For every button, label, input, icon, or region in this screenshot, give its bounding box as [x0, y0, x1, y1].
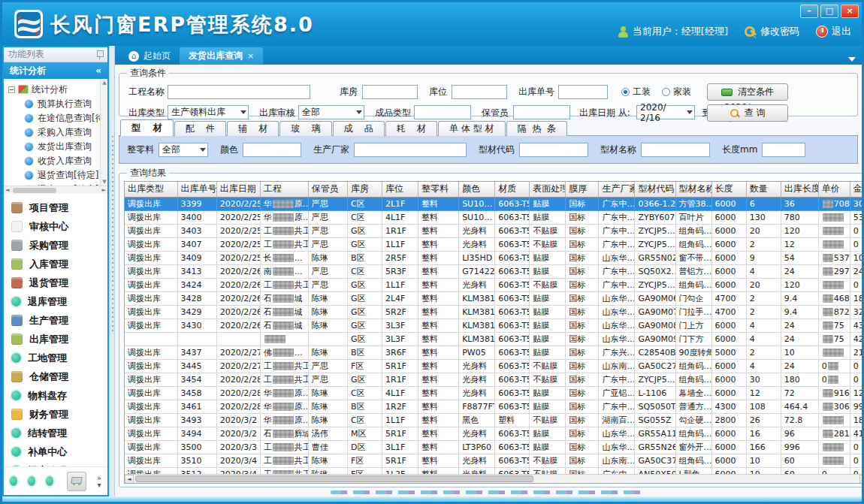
sidebar-module-warehouse[interactable]: 仓储管理 [11, 367, 107, 386]
sidebar-module-clipboard[interactable]: 项目管理 [11, 198, 107, 217]
sidebar-module-cart[interactable]: 采购管理 [11, 236, 107, 255]
column-header[interactable]: 数量 [746, 182, 781, 197]
sidebar-module-circle[interactable]: 补单中心 [11, 442, 107, 461]
table-row[interactable]: 调拨出库34282020/2/26石城陈琳G区2L4F整料KLM38176063… [125, 291, 862, 305]
material-tab-2[interactable]: 辅 材 [227, 121, 279, 136]
tree-item[interactable]: 预算执行查询 [8, 97, 107, 111]
column-header[interactable]: 材质 [495, 182, 530, 197]
table-row[interactable]: 调拨出库34002020/2/25华原…严思C区4L1F整料SU10…6063-… [125, 210, 862, 224]
column-header[interactable]: 表面处理 [530, 182, 566, 197]
column-header[interactable]: 整零料 [418, 182, 459, 197]
close-button[interactable]: × [841, 5, 859, 18]
table-row[interactable]: 调拨出库34542020/2/28工共工程严思G区1R1F整料光身料6063-T… [125, 373, 862, 386]
manufacturer-input[interactable] [354, 143, 467, 157]
sidebar-module-folder[interactable]: 财务管理 [11, 405, 107, 424]
table-row[interactable]: 调拨出库34612020/2/28华原…陈琳B区1R2F整料F8877FT606… [125, 400, 862, 413]
table-row[interactable]: 调拨出库34932020/3/2华原…陈琳C区1L1F整料黑色塑料不贴膜国标湖南… [125, 413, 862, 427]
table-row[interactable]: 调拨出库34242020/2/26工共工程严思G区1L1F整料光身料6063-T… [125, 278, 862, 291]
column-header[interactable]: 生产厂家 [599, 182, 635, 197]
project-name-input[interactable] [168, 85, 310, 99]
sidebar-module-chart[interactable]: 生产管理 [11, 311, 107, 330]
tree-expander-icon[interactable] [8, 86, 15, 93]
tree-vertical-scrollbar[interactable]: ▲ ▼ [100, 79, 107, 186]
column-header[interactable]: 保管员 [308, 182, 347, 197]
profile-name-input[interactable] [641, 143, 710, 157]
keeper-input[interactable] [513, 105, 570, 119]
table-row[interactable]: 调拨出库34372020/2/27佛…陈琳B区3R6F整料PW056063-T5… [125, 346, 862, 359]
column-header[interactable]: 出库类型 [125, 182, 177, 197]
column-header[interactable]: 出库日期 [216, 182, 260, 197]
color-input[interactable] [243, 143, 301, 157]
change-password-button[interactable]: 修改密码 [745, 25, 799, 38]
pin-icon[interactable] [96, 50, 103, 59]
sidebar-module-cart-in[interactable]: 入库管理 [11, 255, 107, 273]
column-header[interactable]: 出库单号 [177, 182, 216, 197]
radio-workwear[interactable]: 工装 [621, 86, 651, 98]
column-header[interactable]: 膜厚 [566, 182, 599, 197]
tree-item[interactable]: 在途信息查询[待 [8, 111, 107, 125]
sidebar-module-cart-out[interactable]: 出库管理 [11, 330, 107, 349]
logout-button[interactable]: 退出 [816, 25, 851, 38]
audit-select[interactable]: 全部 [298, 105, 364, 119]
module-cart-button[interactable] [67, 472, 86, 491]
radio-home[interactable]: 家装 [662, 86, 691, 98]
sidebar-module-circle[interactable]: 报废管理 [11, 461, 107, 466]
table-row[interactable]: 调拨出库34092020/2/25长…陈琳B区2R5F整料LI35HD6063-… [125, 251, 862, 264]
order-no-input[interactable] [558, 85, 608, 99]
whole-part-select[interactable]: 全部 [159, 143, 208, 157]
tree-item[interactable]: 收货入库查询 [8, 154, 107, 168]
more-modules-button[interactable]: »▾ [97, 475, 101, 488]
column-header[interactable]: 型材代码 [635, 182, 675, 197]
tab-home[interactable]: ⌂ 起始页 [119, 47, 180, 65]
sidebar-module-circle[interactable]: 物料盘存 [11, 386, 107, 405]
table-row[interactable]: 调拨出库35102020/3/4工共工程陈琳F区5R1F整料光身料6063-T5… [125, 454, 862, 467]
minimize-button[interactable]: – [800, 5, 818, 18]
profile-code-input[interactable] [519, 143, 588, 157]
length-input[interactable] [762, 143, 805, 157]
collapse-icon[interactable]: « [95, 65, 101, 76]
column-header[interactable]: 长度 [711, 182, 746, 197]
column-header[interactable]: 单价 [818, 182, 850, 197]
column-header[interactable]: 库房 [347, 182, 382, 197]
table-row[interactable]: 调拨出库34302020/2/26石城陈琳G区3L3F整料KLM38176063… [125, 318, 862, 332]
material-tab-6[interactable]: 单 体 型 材 [438, 121, 505, 136]
tree-horizontal-scrollbar[interactable]: ◄ ► [4, 186, 107, 194]
material-tab-3[interactable]: 玻 璃 [279, 121, 331, 136]
scrollbar-thumb[interactable] [13, 188, 56, 193]
clear-conditions-button[interactable]: 清空条件 [707, 83, 788, 101]
table-row[interactable]: 调拨出库34582020/2/28华原…陈琳C区4L1F整料光身料6063-T5… [125, 386, 862, 400]
tab-list-dropdown-icon[interactable] [848, 57, 856, 62]
table-row[interactable]: 调拨出库34032020/2/25工共工程严思G区1R1F整料光身料6063-T… [125, 224, 862, 237]
module-dot-icon[interactable] [46, 476, 53, 486]
table-row[interactable]: 调拨出库34942020/3/2石辉城汤伟M区5R1F整料光身料6063-T5贴… [125, 427, 862, 440]
scrollbar-thumb[interactable] [135, 475, 533, 482]
date-from-picker[interactable]: 2020/ 2/16 [636, 105, 695, 119]
maximize-button[interactable]: □ [820, 5, 838, 18]
table-row[interactable]: 调拨出库35122020/3/4工共工程陈琳F区1L2F整料光身料6063-T5… [125, 467, 862, 474]
sidebar-module-note[interactable]: 审核中心 [11, 217, 107, 236]
tree-item[interactable]: 发货出库查询 [8, 140, 107, 154]
column-header[interactable]: 金 [850, 182, 862, 197]
material-tab-1[interactable]: 配 件 [174, 121, 226, 136]
product-type-input[interactable] [414, 105, 471, 119]
tree-root[interactable]: 统计分析 [8, 82, 107, 97]
tab-shipping-outbound-query[interactable]: 发货出库查询 × [180, 47, 263, 65]
tree-item[interactable]: 采购入库查询 [8, 125, 107, 140]
table-row[interactable]: G区3L3F整料KLM38176063-T5贴膜国标山东华…GA90M09.门下… [125, 332, 862, 346]
table-row[interactable]: 调拨出库33992020/2/25华原…严思C区2L1F整料SU10…6063-… [125, 197, 862, 210]
sidebar-splitter[interactable] [109, 46, 115, 496]
section-header[interactable]: 统计分析 « [4, 62, 107, 79]
scroll-left-icon[interactable]: ◄ [125, 475, 134, 484]
material-tab-7[interactable]: 隔 热 条 [506, 121, 567, 136]
scroll-right-icon[interactable]: ► [859, 475, 862, 484]
table-row[interactable]: 调拨出库34132020/2/26南…严思C区5R3F整料G714226063-… [125, 264, 862, 278]
table-row[interactable]: 调拨出库34292020/2/26石城陈琳G区5R2F整料KLM38176063… [125, 305, 862, 318]
sidebar-module-cart-return[interactable]: 退货管理 [11, 273, 107, 292]
location-input[interactable] [452, 85, 507, 99]
sidebar-module-circle[interactable]: 结转管理 [11, 424, 107, 442]
sidebar-module-circle[interactable]: 退库管理 [11, 292, 107, 311]
outbound-type-select[interactable]: 生产领料出库 [168, 105, 249, 119]
table-row[interactable]: 调拨出库34452020/2/27工共工程严思F区5R1F整料光身料6063-T… [125, 359, 862, 373]
warehouse-input[interactable] [362, 85, 418, 99]
table-row[interactable]: 调拨出库35002020/3/3工共工程曹佳D区3L1F整料LT3P606063… [125, 440, 862, 454]
